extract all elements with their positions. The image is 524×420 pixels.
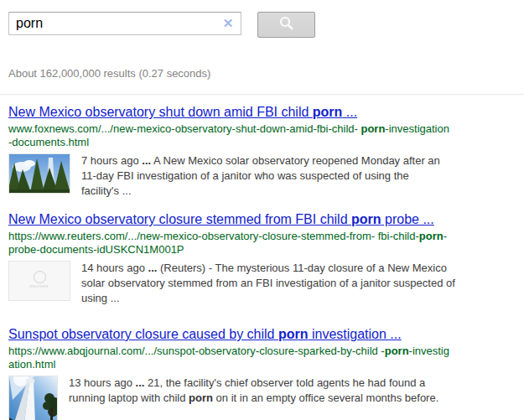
search-bar: ✕ xyxy=(0,0,524,38)
search-result-abqjournal: Sunspot observatory closure caused by ch… xyxy=(8,326,516,420)
result-snippet: 14 hours ago ... (Reuters) - The mysteri… xyxy=(81,261,455,306)
result-url: https://www.reuters.com/.../new-mexico-o… xyxy=(8,230,516,257)
search-results-list: New Mexico observatory shut down amid FB… xyxy=(0,95,516,420)
result-title-link[interactable]: New Mexico observatory closure stemmed f… xyxy=(8,211,516,228)
clear-search-icon[interactable]: ✕ xyxy=(220,16,236,31)
search-input[interactable] xyxy=(8,12,241,35)
result-thumbnail-forest[interactable] xyxy=(8,153,70,194)
search-result-reuters: New Mexico observatory closure stemmed f… xyxy=(8,211,516,306)
search-button[interactable] xyxy=(257,12,315,38)
reuters-logo-label: REUTERS xyxy=(30,285,49,288)
result-title-link[interactable]: New Mexico observatory shut down amid FB… xyxy=(8,104,516,121)
reuters-logo-icon xyxy=(34,271,46,283)
result-thumbnail-tower[interactable] xyxy=(8,376,58,420)
result-url: www.foxnews.com/.../new-mexico-observato… xyxy=(8,122,516,149)
result-title-link[interactable]: Sunspot observatory closure caused by ch… xyxy=(8,326,516,343)
result-stats: About 162,000,000 results (0.27 seconds) xyxy=(8,67,524,80)
result-snippet: 13 hours ago ... 21, the facility's chie… xyxy=(69,376,438,420)
search-input-wrap: ✕ xyxy=(8,12,241,35)
result-snippet: 7 hours ago ... A New Mexico solar obser… xyxy=(81,153,440,199)
result-url: https://www.abqjournal.com/.../sunspot-o… xyxy=(8,345,516,371)
result-thumbnail-reuters[interactable]: REUTERS xyxy=(8,261,70,301)
search-result-foxnews: New Mexico observatory shut down amid FB… xyxy=(8,104,516,199)
search-icon xyxy=(278,15,294,34)
